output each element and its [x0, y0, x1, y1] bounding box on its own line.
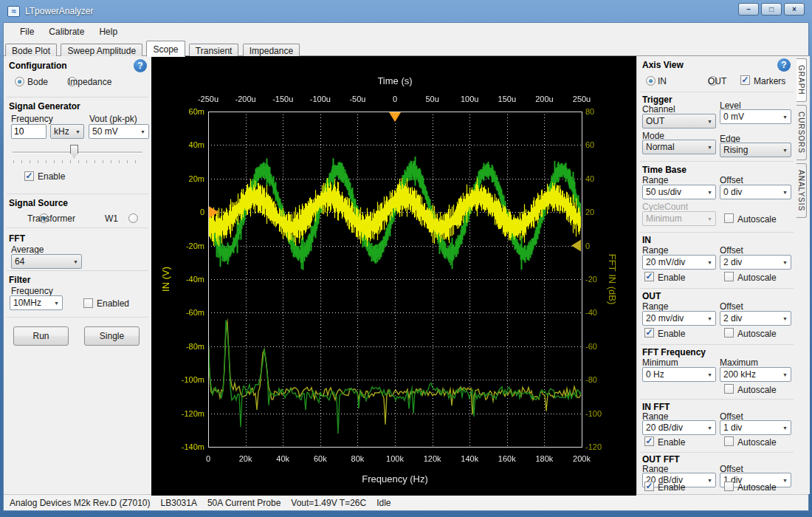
time-base-offset-select[interactable]: 0 div▼	[720, 185, 791, 199]
scope-plot-canvas[interactable]	[151, 56, 636, 496]
configuration-title: Configuration	[9, 61, 67, 71]
tab-scope[interactable]: Scope	[146, 41, 185, 57]
chevron-down-icon: ▼	[704, 190, 715, 195]
time-base-offset-label: Offset	[720, 175, 743, 185]
in-offset-select[interactable]: 2 div▼	[720, 255, 791, 270]
help-icon[interactable]: ?	[134, 59, 147, 72]
side-tab-analysis[interactable]: ANALYSIS	[796, 163, 807, 218]
cyclecount-select: Minimum▼	[642, 211, 716, 226]
out-autoscale-checkbox[interactable]: ✓	[724, 328, 734, 338]
signal-source-title: Signal Source	[9, 198, 68, 208]
side-tab-cursors[interactable]: CURSORS	[796, 105, 807, 160]
fft-maximum-select[interactable]: 200 kHz▼	[720, 367, 791, 382]
chevron-down-icon: ▼	[704, 372, 715, 377]
side-tab-graph[interactable]: GRAPH	[796, 58, 807, 102]
chevron-down-icon: ▼	[780, 148, 791, 153]
trigger-mode-select[interactable]: Normal▼	[642, 140, 716, 154]
close-button[interactable]: ×	[784, 3, 805, 16]
status-vout-temp: Vout=1.49V T=26C	[291, 498, 366, 508]
fft-title: FFT	[9, 233, 25, 244]
out-fft-enable-checkbox[interactable]: ✓	[644, 482, 654, 491]
chevron-down-icon: ▼	[72, 129, 83, 134]
help-icon[interactable]: ?	[777, 58, 791, 72]
check-icon: ✓	[645, 482, 653, 490]
menu-help[interactable]: Help	[92, 24, 125, 39]
title-bar[interactable]: ≈ LTpowerAnalyzer – □ ×	[0, 0, 812, 22]
trigger-edge-select[interactable]: Rising▼	[720, 143, 791, 157]
frequency-input[interactable]	[11, 124, 47, 139]
slider-ticks	[13, 160, 143, 163]
axis-view-title: Axis View	[642, 60, 684, 70]
out-fft-autoscale-checkbox[interactable]: ✓	[724, 482, 734, 491]
fft-minimum-select[interactable]: 0 Hz▼	[642, 367, 716, 382]
check-icon: ✓	[645, 437, 653, 445]
out-fft-title: OUT FFT	[642, 454, 680, 465]
chevron-down-icon: ▼	[780, 260, 791, 265]
left-control-panel: Configuration ? Bode Impedance Signal Ge…	[4, 56, 151, 494]
out-range-label: Range	[642, 301, 668, 312]
time-base-autoscale-checkbox[interactable]: ✓	[724, 213, 734, 223]
menu-file[interactable]: File	[13, 24, 41, 39]
bode-radio[interactable]	[15, 77, 24, 86]
chevron-down-icon: ▼	[704, 145, 715, 150]
minimize-button[interactable]: –	[738, 3, 759, 16]
chevron-down-icon: ▼	[704, 425, 715, 431]
transformer-radio-label: Transformer	[27, 213, 75, 224]
chevron-down-icon: ▼	[704, 260, 715, 265]
generator-enable-checkbox[interactable]: ✓	[24, 171, 34, 181]
out-offset-select[interactable]: 2 div▼	[720, 311, 791, 326]
in-fft-enable-checkbox[interactable]: ✓	[644, 436, 654, 446]
in-enable-checkbox[interactable]: ✓	[644, 272, 654, 281]
status-board: LB3031A	[161, 498, 197, 508]
fft-frequency-title: FFT Frequency	[642, 347, 706, 357]
axis-in-radio[interactable]	[646, 76, 656, 86]
time-base-range-select[interactable]: 50 us/div▼	[642, 185, 716, 199]
fft-frequency-autoscale-checkbox[interactable]: ✓	[724, 384, 734, 394]
chevron-down-icon: ▼	[704, 119, 715, 124]
trigger-level-select[interactable]: 0 mV▼	[720, 109, 791, 124]
in-enable-label: Enable	[658, 273, 685, 283]
in-fft-enable-label: Enable	[658, 437, 685, 448]
out-enable-checkbox[interactable]: ✓	[644, 328, 654, 338]
scope-plot-area	[151, 56, 636, 494]
chevron-down-icon: ▼	[780, 372, 791, 377]
out-range-select[interactable]: 20 mv/div▼	[642, 311, 716, 326]
maximize-button[interactable]: □	[761, 3, 782, 16]
out-fft-autoscale-label: Autoscale	[737, 482, 777, 493]
out-autoscale-label: Autoscale	[737, 329, 777, 339]
time-base-autoscale-label: Autoscale	[737, 214, 777, 225]
run-button[interactable]: Run	[13, 326, 69, 346]
w1-radio[interactable]	[128, 213, 138, 223]
frequency-slider-thumb[interactable]	[70, 145, 78, 158]
in-autoscale-label: Autoscale	[737, 273, 777, 283]
filter-frequency-label: Frequency	[11, 286, 53, 296]
impedance-radio-label: Impedance	[68, 77, 111, 87]
menu-calibrate[interactable]: Calibrate	[41, 24, 92, 39]
vout-select[interactable]: 50 mV ▼	[89, 124, 149, 139]
chevron-down-icon: ▼	[780, 425, 791, 431]
time-base-range-label: Range	[642, 175, 668, 185]
time-base-title: Time Base	[642, 165, 687, 175]
fft-average-select[interactable]: 64 ▼	[11, 254, 82, 269]
frequency-unit-select[interactable]: kHz ▼	[50, 124, 84, 139]
chevron-down-icon: ▼	[70, 259, 81, 264]
in-offset-label: Offset	[720, 245, 743, 256]
filter-enabled-checkbox[interactable]: ✓	[83, 298, 93, 308]
filter-enabled-label: Enabled	[97, 298, 129, 309]
filter-frequency-select[interactable]: 10MHz ▼	[10, 295, 63, 310]
in-autoscale-checkbox[interactable]: ✓	[724, 272, 734, 281]
chevron-down-icon: ▼	[704, 316, 715, 321]
fft-minimum-label: Minimum	[642, 357, 678, 368]
single-button[interactable]: Single	[84, 326, 140, 346]
trigger-channel-select[interactable]: OUT▼	[642, 114, 716, 129]
trigger-channel-label: Channel	[642, 104, 675, 114]
in-range-select[interactable]: 20 mV/div▼	[642, 255, 716, 270]
in-fft-autoscale-checkbox[interactable]: ✓	[724, 436, 734, 446]
in-fft-offset-select[interactable]: 1 div▼	[720, 420, 791, 435]
average-label: Average	[11, 244, 44, 255]
markers-checkbox[interactable]: ✓	[740, 75, 750, 85]
check-icon: ✓	[25, 172, 33, 180]
bode-radio-label: Bode	[27, 77, 48, 87]
in-fft-range-select[interactable]: 20 dB/div▼	[642, 420, 716, 435]
out-fft-enable-label: Enable	[658, 482, 685, 493]
